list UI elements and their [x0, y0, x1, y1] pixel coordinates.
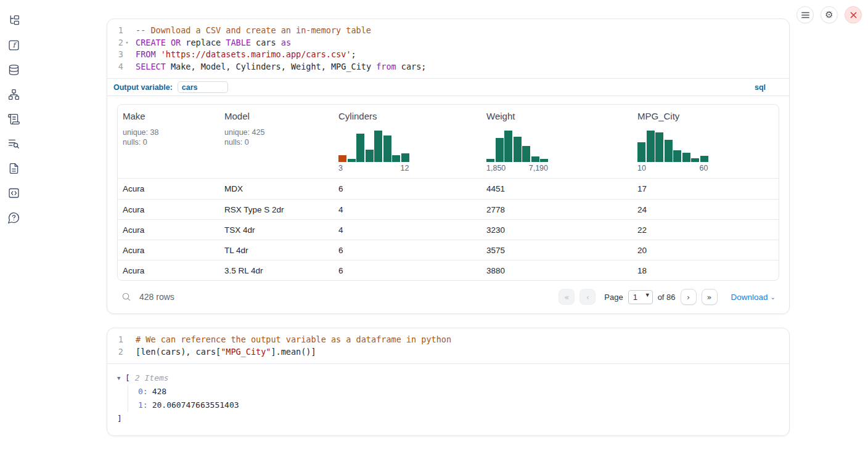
column-title: Weight: [486, 111, 628, 121]
histogram-bar: [496, 138, 504, 162]
scroll-icon: [7, 113, 20, 126]
document-icon: [7, 162, 20, 175]
sidebar-item-help[interactable]: [6, 209, 22, 225]
sidebar-item-file-explorer[interactable]: [6, 12, 22, 28]
database-icon: [7, 63, 20, 76]
axis-max-label: 12: [401, 164, 409, 172]
sidebar-item-variables[interactable]: f: [6, 37, 22, 53]
tree-close-bracket: ]: [117, 412, 779, 426]
python-code-lines: 1# We can reference the output variable …: [107, 334, 789, 358]
table-cell: 22: [633, 225, 779, 235]
sql-code-editor[interactable]: 1-- Download a CSV and create an in-memo…: [107, 19, 789, 78]
column-stat: unique: 425: [224, 127, 329, 137]
table-cell: 4451: [481, 184, 633, 193]
histogram-bar: [374, 131, 382, 162]
sidebar-item-logs[interactable]: [6, 136, 22, 152]
python-code-editor[interactable]: 1# We can reference the output variable …: [107, 328, 789, 363]
column-header-make[interactable]: Makeunique: 38nulls: 0: [118, 105, 219, 178]
axis-max-label: 7,190: [529, 164, 548, 172]
tree-children: 0:4281:20.060747663551403: [128, 385, 779, 412]
column-title: Cylinders: [338, 111, 477, 121]
tree-key: 0:: [138, 387, 148, 396]
next-page-button[interactable]: ›: [681, 289, 697, 305]
chevrons-left-icon: «: [564, 293, 569, 302]
fold-chevron-icon[interactable]: ▾: [123, 37, 131, 49]
sidebar-item-documentation[interactable]: [6, 160, 22, 176]
histogram-bar: [356, 134, 364, 162]
table-cell: 3.5 RL 4dr: [219, 266, 334, 275]
python-output-tree: ▼ [ 2 Items 0:4281:20.060747663551403 ]: [107, 364, 789, 435]
column-header-cylinders[interactable]: Cylinders312: [334, 105, 481, 178]
row-count: 428 rows: [139, 292, 174, 302]
sidebar-item-datasources[interactable]: [6, 62, 22, 78]
axis-min-label: 1,850: [486, 164, 506, 172]
output-variable-input[interactable]: [178, 81, 228, 93]
fold-chevron-icon: [123, 49, 131, 61]
code-line: 2[len(cars), cars["MPG_City"].mean()]: [107, 346, 789, 358]
column-header-mpg_city[interactable]: MPG_City1060: [633, 105, 779, 178]
last-page-button[interactable]: »: [702, 289, 718, 305]
download-button[interactable]: Download ⌄: [731, 293, 776, 302]
histogram-bar: [486, 159, 494, 162]
shutdown-button[interactable]: [845, 6, 862, 23]
line-number: 3: [107, 49, 123, 61]
settings-button[interactable]: ⚙: [821, 6, 838, 23]
table-search-button[interactable]: [121, 291, 132, 302]
histogram-bars: [637, 129, 708, 162]
line-number: 2: [107, 346, 123, 358]
table-footer: 428 rows « ‹ Page 1 ▼ of 86 › »: [117, 281, 779, 307]
sidebar-item-snippets[interactable]: [6, 185, 22, 201]
table-row: Acura3.5 RL 4dr6388018: [118, 260, 779, 280]
sql-cell: 1-- Download a CSV and create an in-memo…: [107, 18, 790, 314]
histogram-bar: [540, 159, 548, 162]
code-line: 1# We can reference the output variable …: [107, 334, 789, 346]
search-icon: [121, 292, 131, 302]
table-cell: 3230: [481, 225, 633, 235]
histogram-bar: [348, 159, 356, 162]
column-header-model[interactable]: Modelunique: 425nulls: 0: [219, 105, 334, 178]
line-number: 1: [107, 334, 123, 346]
page-select[interactable]: 1: [628, 290, 653, 304]
column-stat: nulls: 0: [224, 137, 329, 147]
first-page-button[interactable]: «: [559, 289, 575, 305]
table-cell: 4: [334, 225, 481, 235]
histogram-bar: [700, 156, 708, 162]
code-text: # We can reference the output variable a…: [136, 334, 451, 346]
table-cell: 18: [633, 266, 779, 275]
chevron-left-icon: ‹: [586, 293, 589, 302]
fold-chevron-icon: [123, 334, 131, 346]
close-icon: [850, 12, 857, 18]
prev-page-button[interactable]: ‹: [579, 289, 596, 305]
tree-collapse-icon[interactable]: ▼: [117, 371, 125, 385]
table-cell: Acura: [118, 246, 219, 255]
sidebar-item-dependency-graph[interactable]: [6, 86, 22, 102]
output-variable-bar: Output variable: sql: [107, 78, 789, 96]
table-cell: 3880: [481, 266, 633, 275]
histogram-bar: [514, 137, 522, 162]
column-header-weight[interactable]: Weight1,8507,190: [481, 105, 633, 178]
menu-button[interactable]: [796, 6, 814, 23]
table-cell: TSX 4dr: [219, 225, 334, 235]
data-table: Makeunique: 38nulls: 0Modelunique: 425nu…: [117, 104, 779, 281]
chevron-right-icon: ›: [687, 293, 690, 302]
histogram-bar: [637, 142, 645, 162]
table-cell: 17: [633, 184, 779, 193]
page-total-label: of 86: [658, 293, 676, 302]
table-cell: RSX Type S 2dr: [219, 205, 334, 214]
histogram-bar: [665, 140, 673, 162]
table-body: AcuraMDX6445117AcuraRSX Type S 2dr427782…: [118, 179, 779, 280]
code-line: 1-- Download a CSV and create an in-memo…: [107, 25, 789, 37]
code-line: 3FROM 'https://datasets.marimo.app/cars.…: [107, 49, 789, 61]
table-header-row: Makeunique: 38nulls: 0Modelunique: 425nu…: [118, 105, 779, 179]
table-cell: 24: [633, 205, 779, 214]
histogram: 312: [338, 129, 409, 172]
code-line: 2▾CREATE OR replace TABLE cars as: [107, 37, 789, 49]
histogram-axis: 1060: [637, 164, 708, 172]
sidebar-item-scratchpad[interactable]: [6, 111, 22, 127]
table-cell: MDX: [219, 184, 334, 193]
column-title: Model: [224, 111, 329, 121]
sql-output-area: Makeunique: 38nulls: 0Modelunique: 425nu…: [107, 96, 789, 313]
table-row: AcuraRSX Type S 2dr4277824: [118, 199, 779, 219]
tree-entry: 1:20.060747663551403: [138, 398, 779, 412]
table-cell: 20: [633, 246, 779, 255]
